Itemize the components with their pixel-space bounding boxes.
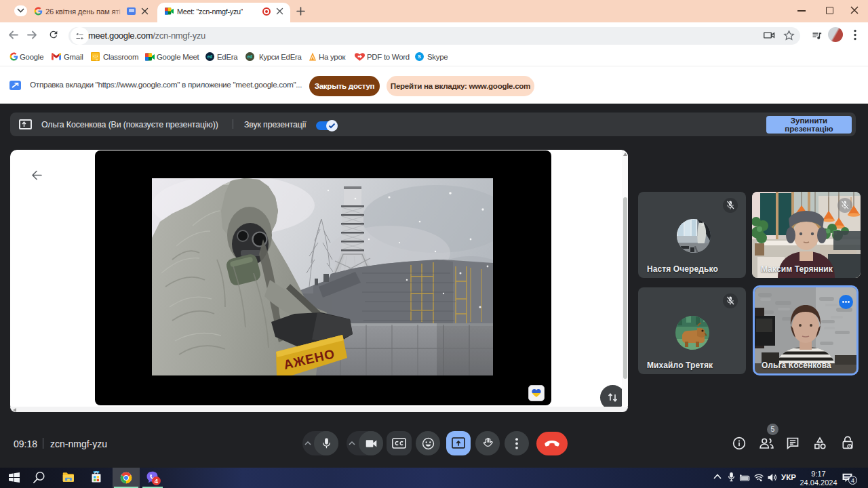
svg-text:ed: ed: [248, 54, 253, 59]
svg-text:ed: ed: [208, 54, 213, 59]
svg-text:S: S: [418, 54, 421, 60]
